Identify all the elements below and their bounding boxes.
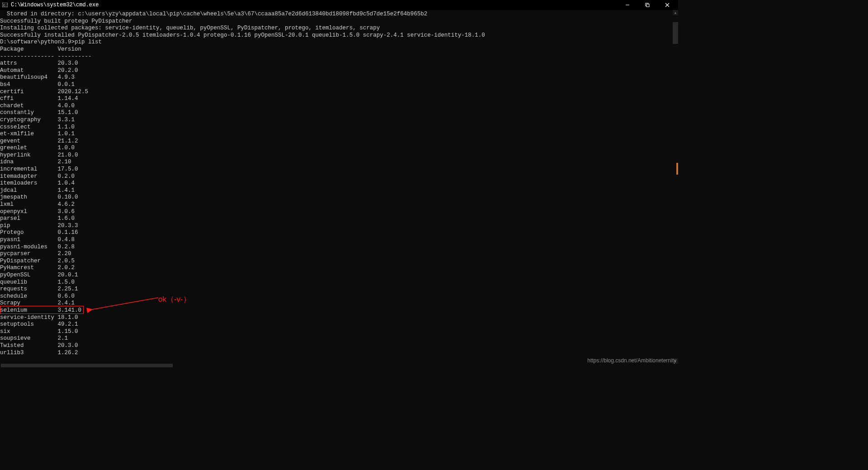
terminal-line: Stored in directory: c:\users\yzy\appdat…: [0, 11, 678, 18]
terminal-line: cssselect 1.1.0: [0, 124, 678, 131]
terminal-line: hyperlink 21.0.0: [0, 152, 678, 159]
horizontal-scrollbar[interactable]: [0, 364, 673, 367]
terminal-line: jmespath 0.10.0: [0, 194, 678, 201]
terminal-output[interactable]: Stored in directory: c:\users\yzy\appdat…: [0, 10, 678, 356]
terminal-line: Twisted 20.3.0: [0, 342, 678, 350]
terminal-line: PyHamcrest 2.0.2: [0, 265, 678, 272]
terminal-line: openpyxl 3.0.6: [0, 209, 678, 216]
terminal-line: service-identity 18.1.0: [0, 314, 678, 322]
terminal-line: pyasn1-modules 0.2.8: [0, 244, 678, 251]
terminal-line: D:\software\python3.9>pip list: [0, 39, 678, 46]
window-controls: [618, 0, 677, 10]
terminal-line: ---------------- ----------: [0, 53, 678, 61]
terminal-line: Installing collected packages: service-i…: [0, 25, 678, 32]
minimize-button[interactable]: [618, 0, 637, 10]
terminal-line: Successfully installed PyDispatcher-2.0.…: [0, 32, 678, 39]
terminal-line: schedule 0.6.0: [0, 293, 678, 300]
terminal-line: pyOpenSSL 20.0.1: [0, 272, 678, 279]
terminal-line: selenium 3.141.0: [0, 307, 678, 314]
terminal-line: cffi 1.14.4: [0, 95, 678, 103]
scroll-thumb[interactable]: [673, 22, 678, 44]
watermark: https://blog.csdn.net/Ambitioneternity: [587, 357, 676, 364]
svg-text:C:\: C:\: [3, 4, 8, 7]
terminal-line: constantly 15.1.0: [0, 109, 678, 117]
scroll-up-arrow[interactable]: ▲: [673, 10, 678, 15]
terminal-line: pycparser 2.20: [0, 251, 678, 258]
cmd-icon: C:\: [2, 2, 8, 8]
terminal-line: Automat 20.2.0: [0, 67, 678, 75]
terminal-line: PyDispatcher 2.0.5: [0, 258, 678, 265]
terminal-line: gevent 21.1.2: [0, 138, 678, 145]
terminal-line: Successfully built protego PyDispatcher: [0, 18, 678, 25]
scroll-track[interactable]: [673, 15, 678, 358]
terminal-line: six 1.15.0: [0, 328, 678, 336]
terminal-line: requests 2.25.1: [0, 286, 678, 293]
terminal-line: greenlet 1.0.0: [0, 145, 678, 152]
window-title: C:\Windows\system32\cmd.exe: [11, 2, 99, 8]
window-titlebar: C:\ C:\Windows\system32\cmd.exe: [0, 0, 678, 10]
terminal-line: pyasn1 0.4.8: [0, 237, 678, 244]
terminal-line: incremental 17.5.0: [0, 166, 678, 173]
terminal-line: queuelib 1.5.0: [0, 279, 678, 286]
terminal-line: cryptography 3.3.1: [0, 117, 678, 124]
terminal-line: jdcal 1.4.1: [0, 187, 678, 195]
terminal-line: Protego 0.1.16: [0, 229, 678, 237]
terminal-line: attrs 20.3.0: [0, 60, 678, 67]
terminal-line: pip 20.3.3: [0, 223, 678, 230]
terminal-line: setuptools 49.2.1: [0, 321, 678, 328]
terminal-line: soupsieve 2.1: [0, 335, 678, 342]
terminal-line: lxml 4.6.2: [0, 201, 678, 209]
terminal-line: itemloaders 1.0.4: [0, 180, 678, 187]
horizontal-scroll-thumb[interactable]: [1, 364, 173, 367]
terminal-line: certifi 2020.12.5: [0, 89, 678, 96]
terminal-line: chardet 4.0.0: [0, 103, 678, 110]
maximize-button[interactable]: [637, 0, 657, 10]
terminal-line: Package Version: [0, 46, 678, 53]
terminal-line: beautifulsoup4 4.9.3: [0, 74, 678, 81]
close-button[interactable]: [657, 0, 677, 10]
scroll-marker: [676, 163, 678, 175]
vertical-scrollbar[interactable]: ▲ ▼: [673, 10, 678, 364]
terminal-line: bs4 0.0.1: [0, 81, 678, 89]
terminal-line: idna 2.10: [0, 159, 678, 166]
terminal-line: urllib3 1.26.2: [0, 350, 678, 357]
terminal-line: Scrapy 2.4.1: [0, 300, 678, 307]
terminal-line: parsel 1.6.0: [0, 215, 678, 223]
svg-rect-4: [646, 4, 649, 7]
terminal-line: itemadapter 0.2.0: [0, 173, 678, 180]
terminal-line: et-xmlfile 1.0.1: [0, 131, 678, 138]
